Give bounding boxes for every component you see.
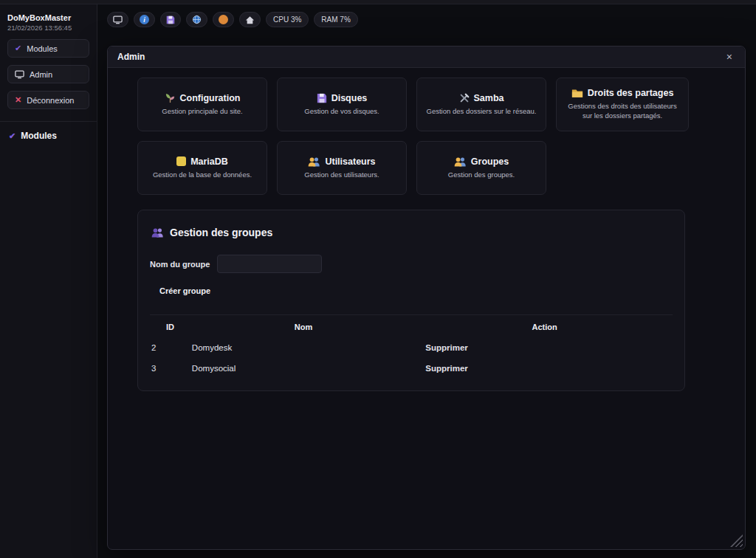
group-name-form-row: Nom du groupe [150,255,673,273]
module-name: MariaDB [190,156,228,167]
module-description: Gestion des dossiers sur le réseau. [427,107,537,117]
users-icon [308,156,320,167]
admin-window: Admin × Configuration Gestion principale… [107,46,746,550]
module-name: Samba [474,93,504,103]
window-title: Admin [117,52,145,62]
orange-circle-pill[interactable] [213,12,234,27]
module-card-title-row: Configuration [165,92,241,103]
delete-group-button[interactable]: Supprimer [416,337,673,358]
check-icon: ✔ [9,131,16,141]
module-description: Gestion de la base de données. [153,170,252,180]
group-id-cell: 3 [150,358,190,379]
home-pill[interactable] [239,12,261,27]
module-description: Gestion des utilisateurs. [304,170,379,180]
floppy-disk-icon [166,16,175,24]
users-icon [454,156,467,167]
floppy-disk-icon [317,93,327,103]
monitor-icon [113,16,123,24]
group-name-input[interactable] [217,255,322,273]
folder-icon [571,89,583,98]
module-card-title-row: MariaDB [176,156,228,167]
datetime-label: 21/02/2026 13:56:45 [7,24,89,32]
orange-circle-icon [219,15,228,24]
module-card-utilisateurs[interactable]: Utilisateurs Gestion des utilisateurs. [277,141,407,195]
sidebar-logout-label: Déconnexion [27,96,74,105]
column-header-action: Action [416,315,673,338]
column-header-nom: Nom [190,315,416,338]
groups-panel: Gestion des groupes Nom du groupe Créer … [137,210,685,391]
column-header-id: ID [150,315,190,338]
module-card-title-row: Groupes [454,156,509,167]
sidebar-item-admin[interactable]: Admin [7,65,89,83]
info-icon: i [140,15,149,24]
disk-pill[interactable] [160,12,181,27]
module-description: Gestion principale du site. [162,107,242,117]
group-id-cell: 2 [150,337,190,358]
sidebar-item-modules[interactable]: ✔ Modules [7,39,89,58]
module-name: Disques [331,93,368,103]
group-name-cell: Domydesk [190,337,416,358]
module-name: Configuration [180,93,241,103]
globe-icon [192,15,202,24]
status-toolbar: i CPU 3% RAM 7% [107,12,358,27]
sidebar-modules-label: Modules [27,44,58,53]
module-card-title-row: Disques [317,93,368,103]
sidebar-admin-label: Admin [30,70,52,79]
monitor-icon [15,70,24,79]
module-name: Groupes [471,156,509,167]
groups-panel-title: Gestion des groupes [170,227,272,238]
module-card-samba[interactable]: Samba Gestion des dossiers sur le réseau… [416,78,546,131]
modules-section-label: Modules [21,131,57,141]
sidebar: DoMyBoxMaster 21/02/2026 13:56:45 ✔ Modu… [0,4,97,558]
groups-table: ID Nom Action 2 Domydesk Supprimer 3 [150,314,673,379]
herb-icon [165,92,176,103]
groups-panel-title-row: Gestion des groupes [150,227,673,238]
globe-pill[interactable] [186,12,207,27]
window-close-button[interactable]: × [724,50,735,63]
resize-handle[interactable] [730,534,743,547]
ram-usage-badge: RAM 7% [314,12,357,27]
module-card-title-row: Utilisateurs [308,156,375,167]
tools-icon [459,93,470,103]
module-name: Droits des partages [588,88,674,98]
home-icon [245,16,255,24]
database-icon [176,156,186,166]
close-icon: ✕ [15,95,21,105]
window-body: Configuration Gestion principale du site… [108,68,745,391]
module-description: Gestion des groupes. [448,170,515,180]
app-title: DoMyBoxMaster [7,13,89,22]
module-card-droits-des-partages[interactable]: Droits des partages Gestions des droits … [556,78,689,131]
module-card-disques[interactable]: Disques Gestion de vos disques. [277,78,407,131]
info-pill[interactable]: i [134,12,155,27]
module-card-mariadb[interactable]: MariaDB Gestion de la base de données. [137,141,267,195]
create-group-button[interactable]: Créer groupe [159,286,210,295]
module-card-title-row: Samba [459,93,504,103]
modules-section-header[interactable]: ✔ Modules [7,122,89,150]
module-description: Gestion de vos disques. [304,107,379,117]
delete-group-button[interactable]: Supprimer [416,358,673,379]
table-row: 2 Domydesk Supprimer [150,337,673,358]
group-name-label: Nom du groupe [150,260,210,269]
check-icon: ✔ [15,44,21,53]
monitor-pill[interactable] [107,12,128,27]
window-titlebar[interactable]: Admin × [108,46,745,68]
module-card-configuration[interactable]: Configuration Gestion principale du site… [137,78,267,131]
group-name-cell: Domysocial [190,358,416,379]
users-icon [151,227,164,238]
module-name: Utilisateurs [325,156,375,167]
module-description: Gestions des droits des utilisateurs sur… [566,102,679,121]
module-card-title-row: Droits des partages [571,88,674,98]
module-card-groupes[interactable]: Groupes Gestion des groupes. [416,141,546,195]
cpu-usage-badge: CPU 3% [266,12,309,27]
table-header-row: ID Nom Action [150,315,673,338]
main-area: i CPU 3% RAM 7% Admin × [98,4,756,558]
table-row: 3 Domysocial Supprimer [150,358,673,379]
sidebar-item-logout[interactable]: ✕ Déconnexion [7,91,89,109]
module-cards: Configuration Gestion principale du site… [137,78,715,195]
